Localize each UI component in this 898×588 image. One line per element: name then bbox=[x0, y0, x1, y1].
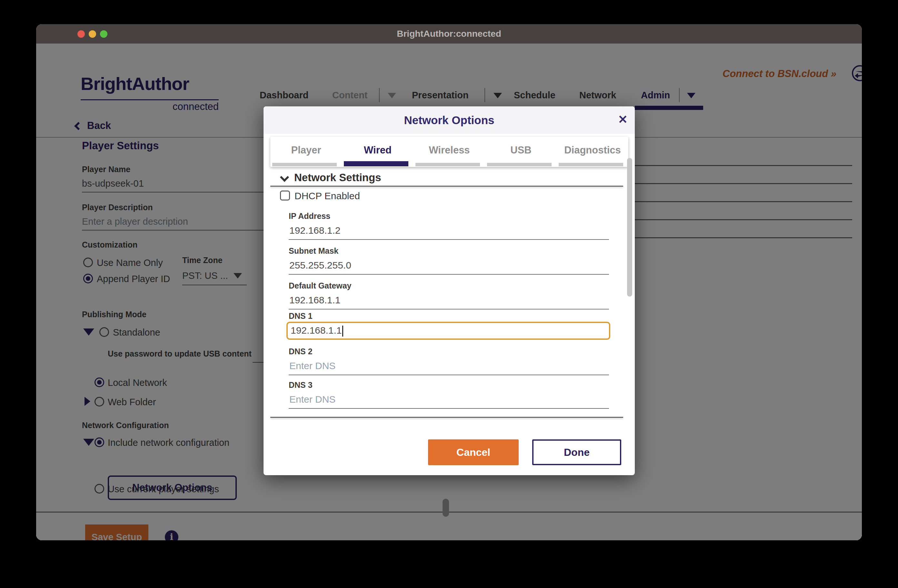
tab-player-bar bbox=[272, 163, 337, 166]
modal-title: Network Options bbox=[263, 106, 635, 134]
tab-diagnostics-label: Diagnostics bbox=[564, 144, 621, 156]
cancel-button[interactable]: Cancel bbox=[428, 439, 519, 465]
dns2-input[interactable]: Enter DNS bbox=[289, 361, 335, 372]
network-options-modal: Network Options ✕ Player Wired Wireless … bbox=[263, 106, 635, 475]
default-gateway-label: Default Gateway bbox=[289, 281, 352, 290]
tab-wired-bar bbox=[344, 161, 408, 166]
section-divider bbox=[270, 186, 623, 187]
text-cursor bbox=[342, 325, 343, 336]
tab-usb-bar bbox=[487, 163, 552, 166]
dns1-text: 192.168.1.1 bbox=[291, 325, 341, 336]
section-collapse-chevron-icon[interactable] bbox=[280, 173, 289, 182]
modal-tabs: Player Wired Wireless USB Diagnostics bbox=[270, 137, 628, 167]
done-button[interactable]: Done bbox=[532, 439, 621, 465]
window-title: BrightAuthor:connected bbox=[36, 24, 862, 43]
close-icon[interactable]: ✕ bbox=[618, 113, 628, 126]
footer-divider-modal bbox=[270, 417, 623, 418]
subnet-mask-label: Subnet Mask bbox=[289, 246, 338, 256]
dns1-value[interactable]: 192.168.1.1 bbox=[291, 325, 343, 336]
dns3-input[interactable]: Enter DNS bbox=[289, 394, 335, 405]
ip-address-label: IP Address bbox=[289, 212, 330, 221]
tab-diagnostics[interactable]: Diagnostics bbox=[557, 137, 628, 167]
ip-address-input[interactable]: 192.168.1.2 bbox=[289, 225, 340, 236]
modal-header: Network Options ✕ bbox=[263, 106, 635, 134]
dns2-label: DNS 2 bbox=[289, 347, 312, 356]
tab-usb[interactable]: USB bbox=[485, 137, 557, 167]
default-gateway-input[interactable]: 192.168.1.1 bbox=[289, 295, 340, 306]
screen: BrightAuthor:connected BrightAuthor conn… bbox=[0, 0, 898, 588]
titlebar: BrightAuthor:connected bbox=[36, 24, 862, 43]
ip-address-underline bbox=[289, 239, 609, 240]
dns3-label: DNS 3 bbox=[289, 381, 312, 390]
dhcp-label[interactable]: DHCP Enabled bbox=[295, 190, 360, 201]
subnet-mask-underline bbox=[289, 274, 609, 275]
tab-wireless[interactable]: Wireless bbox=[414, 137, 485, 167]
subnet-mask-input[interactable]: 255.255.255.0 bbox=[289, 260, 351, 271]
default-gateway-underline bbox=[289, 309, 609, 310]
dns1-label: DNS 1 bbox=[289, 312, 312, 321]
tab-usb-label: USB bbox=[510, 144, 531, 156]
modal-scrollbar-thumb[interactable] bbox=[627, 158, 632, 296]
tab-wired[interactable]: Wired bbox=[342, 137, 414, 167]
tab-wireless-label: Wireless bbox=[429, 144, 470, 156]
dns2-underline bbox=[289, 375, 609, 375]
tab-player-label: Player bbox=[291, 144, 321, 156]
dhcp-checkbox[interactable] bbox=[280, 190, 290, 201]
tab-diagnostics-bar bbox=[559, 163, 623, 166]
network-settings-section-title: Network Settings bbox=[294, 172, 381, 184]
tab-player[interactable]: Player bbox=[270, 137, 342, 167]
tab-wired-label: Wired bbox=[364, 144, 392, 156]
tab-wireless-bar bbox=[415, 163, 480, 166]
dns3-underline bbox=[289, 408, 609, 409]
